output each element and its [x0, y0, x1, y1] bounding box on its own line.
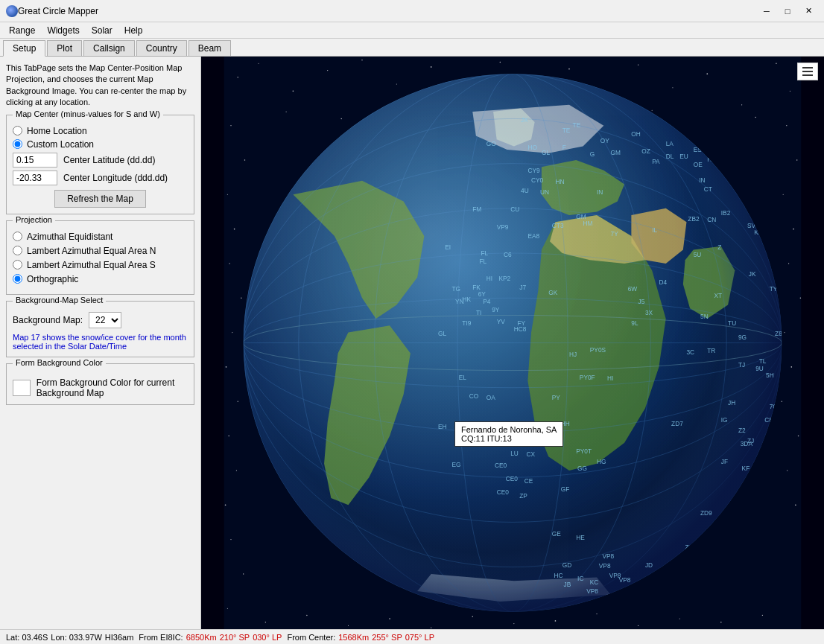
- svg-text:GH: GH: [547, 423, 557, 430]
- svg-text:JD: JD: [645, 561, 653, 569]
- svg-point-24: [232, 332, 232, 333]
- svg-text:7Y: 7Y: [611, 230, 619, 237]
- svg-point-39: [784, 332, 785, 333]
- status-center-label: From Center:: [285, 633, 335, 642]
- tab-plot[interactable]: Plot: [47, 40, 82, 56]
- longitude-input[interactable]: -20.33: [13, 170, 57, 185]
- azimuthal-equidistant-radio[interactable]: [13, 232, 22, 241]
- svg-text:IG: IG: [721, 416, 728, 424]
- refresh-map-button[interactable]: Refresh the Map: [54, 190, 146, 208]
- svg-point-62: [652, 110, 653, 111]
- orthographic-radio[interactable]: [13, 274, 22, 284]
- svg-point-21: [234, 229, 235, 230]
- svg-text:CO: CO: [469, 392, 479, 400]
- svg-text:9G: 9G: [738, 334, 747, 341]
- lambert-s-radio[interactable]: [13, 260, 22, 270]
- svg-text:PY0T: PY0T: [576, 447, 592, 455]
- svg-text:VP8: VP8: [602, 552, 614, 560]
- svg-point-13: [672, 87, 673, 88]
- svg-text:OA: OA: [487, 394, 495, 401]
- svg-text:Z8: Z8: [775, 330, 782, 337]
- hamburger-button[interactable]: [797, 63, 818, 80]
- tab-setup[interactable]: Setup: [3, 40, 45, 57]
- svg-text:OH: OH: [631, 130, 641, 138]
- svg-point-46: [306, 615, 307, 616]
- lambert-n-radio[interactable]: [13, 246, 22, 255]
- home-location-radio[interactable]: [13, 126, 22, 136]
- svg-text:CE0: CE0: [506, 475, 519, 482]
- svg-text:VP9: VP9: [497, 223, 509, 231]
- svg-text:CT3: CT3: [552, 222, 564, 229]
- status-from-label: From EI8IC:: [136, 633, 183, 642]
- svg-point-2: [293, 90, 294, 92]
- background-map-select[interactable]: 1234 5678 9101112 13141516 17181920 2122…: [89, 312, 121, 328]
- map-area[interactable]: JXTEOY OHLAG GMOZDL FPAOE HAE7LZ SVTA4J …: [201, 57, 824, 629]
- app-icon: [6, 5, 18, 17]
- description-text: This TabPage sets the Map Center-Positio…: [6, 63, 194, 109]
- svg-text:HI: HI: [487, 275, 492, 282]
- menu-range[interactable]: Range: [3, 24, 41, 37]
- svg-point-30: [230, 539, 231, 540]
- svg-point-5: [396, 84, 397, 85]
- svg-text:CU: CU: [510, 205, 519, 213]
- svg-point-58: [286, 112, 287, 112]
- svg-text:CT: CT: [704, 185, 712, 193]
- svg-text:G: G: [590, 150, 595, 158]
- map-center-label: Map Center (minus-values for S and W): [13, 109, 163, 118]
- snow-note: Map 17 shows the snow/ice cover for the …: [13, 333, 188, 351]
- background-map-group: Background-Map Select Background Map: 12…: [6, 301, 194, 357]
- menu-solar[interactable]: Solar: [86, 24, 118, 37]
- svg-point-35: [783, 194, 784, 195]
- svg-text:HC8: HC8: [514, 325, 527, 333]
- latitude-input[interactable]: 0.15: [13, 153, 57, 168]
- minimize-button[interactable]: ─: [757, 4, 776, 19]
- globe-svg: JXTEOY OHLAG GMOZDL FPAOE HAE7LZ SVTA4J …: [201, 57, 824, 629]
- svg-text:5N: 5N: [700, 313, 709, 320]
- svg-text:GL: GL: [542, 149, 550, 156]
- svg-text:P4: P4: [483, 298, 491, 305]
- svg-point-34: [796, 159, 797, 160]
- custom-location-radio[interactable]: [13, 139, 22, 149]
- svg-text:GM: GM: [611, 149, 621, 156]
- svg-text:IN: IN: [597, 188, 603, 196]
- svg-point-48: [389, 618, 390, 619]
- svg-text:UN: UN: [540, 188, 549, 196]
- close-button[interactable]: ✕: [799, 4, 818, 19]
- svg-text:Z2: Z2: [738, 427, 746, 434]
- svg-text:EI: EI: [445, 243, 451, 251]
- svg-point-14: [706, 73, 708, 74]
- latitude-label: Center Latitude (dd.dd): [63, 155, 155, 165]
- svg-text:EH: EH: [438, 423, 447, 430]
- color-swatch[interactable]: [13, 380, 31, 396]
- tab-callsign[interactable]: Callsign: [83, 40, 135, 56]
- svg-point-38: [800, 298, 801, 299]
- projection-group: Projection Azimuthal Equidistant Lambert…: [6, 220, 194, 295]
- svg-point-44: [795, 504, 796, 506]
- svg-text:GD: GD: [562, 561, 572, 569]
- menu-widgets[interactable]: Widgets: [41, 24, 85, 37]
- statusbar: Lat: 03.46S Lon: 033.97W HI36am From EI8…: [0, 629, 824, 644]
- svg-text:ZP: ZP: [519, 492, 527, 500]
- svg-text:PY: PY: [552, 394, 561, 401]
- svg-text:VP8: VP8: [586, 587, 598, 595]
- svg-text:CE0: CE0: [497, 488, 510, 496]
- svg-text:ZB2: ZB2: [688, 215, 700, 223]
- svg-text:TE: TE: [573, 121, 581, 129]
- maximize-button[interactable]: □: [778, 4, 797, 19]
- svg-point-33: [786, 125, 787, 126]
- svg-text:YV: YV: [497, 318, 506, 325]
- svg-text:JK: JK: [749, 270, 756, 278]
- tab-beam[interactable]: Beam: [188, 40, 231, 56]
- svg-text:DL: DL: [666, 153, 674, 160]
- svg-text:CY9: CY9: [527, 167, 540, 174]
- svg-text:IL: IL: [652, 226, 657, 234]
- svg-text:6Y: 6Y: [478, 290, 487, 298]
- svg-point-50: [472, 616, 473, 617]
- svg-text:KF: KF: [742, 465, 750, 472]
- tab-country[interactable]: Country: [136, 40, 187, 56]
- menu-help[interactable]: Help: [118, 24, 149, 37]
- titlebar: Great Circle Mapper ─ □ ✕: [0, 0, 824, 22]
- svg-text:3C: 3C: [686, 348, 694, 356]
- svg-point-40: [790, 366, 792, 368]
- svg-text:HM: HM: [583, 220, 593, 227]
